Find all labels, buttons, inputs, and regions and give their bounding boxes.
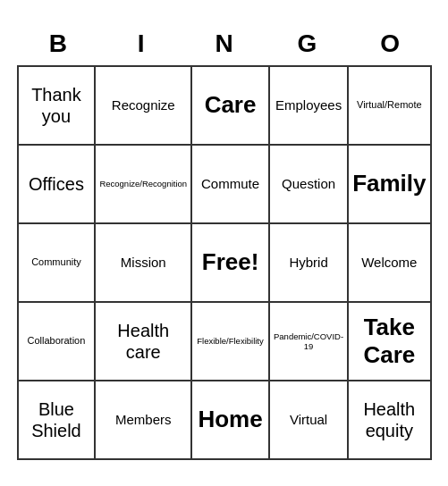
cell-r2-c0[interactable]: Community [19, 224, 97, 303]
cell-r4-c1[interactable]: Members [96, 381, 192, 460]
cell-r1-c1[interactable]: Recognize/Recognition [96, 146, 192, 224]
header-n: N [182, 26, 266, 62]
cell-r3-c4[interactable]: Take Care [349, 303, 431, 381]
bingo-container: B I N G O Thank youRecognizeCareEmployee… [10, 19, 439, 467]
cell-r0-c2[interactable]: Care [192, 67, 270, 146]
header-i: I [99, 26, 182, 62]
cell-r1-c3[interactable]: Question [270, 146, 349, 224]
cell-r1-c0[interactable]: Offices [19, 146, 97, 224]
cell-r2-c3[interactable]: Hybrid [270, 224, 349, 303]
cell-r0-c1[interactable]: Recognize [96, 67, 192, 146]
cell-r3-c1[interactable]: Health care [96, 303, 192, 381]
header-o: O [349, 26, 432, 62]
cell-r2-c1[interactable]: Mission [96, 224, 192, 303]
cell-r3-c0[interactable]: Collaboration [19, 303, 97, 381]
cell-r4-c3[interactable]: Virtual [270, 381, 349, 460]
cell-r1-c2[interactable]: Commute [192, 146, 270, 224]
cell-r1-c4[interactable]: Family [349, 146, 431, 224]
cell-r3-c3[interactable]: Pandemic/COVID-19 [270, 303, 349, 381]
header-g: G [266, 26, 349, 62]
cell-r3-c2[interactable]: Flexible/Flexibility [192, 303, 270, 381]
cell-r2-c4[interactable]: Welcome [349, 224, 431, 303]
bingo-grid: Thank youRecognizeCareEmployeesVirtual/R… [17, 65, 432, 460]
cell-r0-c3[interactable]: Employees [270, 67, 349, 146]
cell-r4-c2[interactable]: Home [192, 381, 270, 460]
cell-r0-c4[interactable]: Virtual/Remote [349, 67, 431, 146]
header-b: B [17, 26, 100, 62]
cell-r4-c0[interactable]: Blue Shield [19, 381, 97, 460]
cell-r4-c4[interactable]: Health equity [349, 381, 431, 460]
bingo-header: B I N G O [17, 26, 432, 62]
cell-r0-c0[interactable]: Thank you [19, 67, 97, 146]
cell-r2-c2[interactable]: Free! [192, 224, 270, 303]
